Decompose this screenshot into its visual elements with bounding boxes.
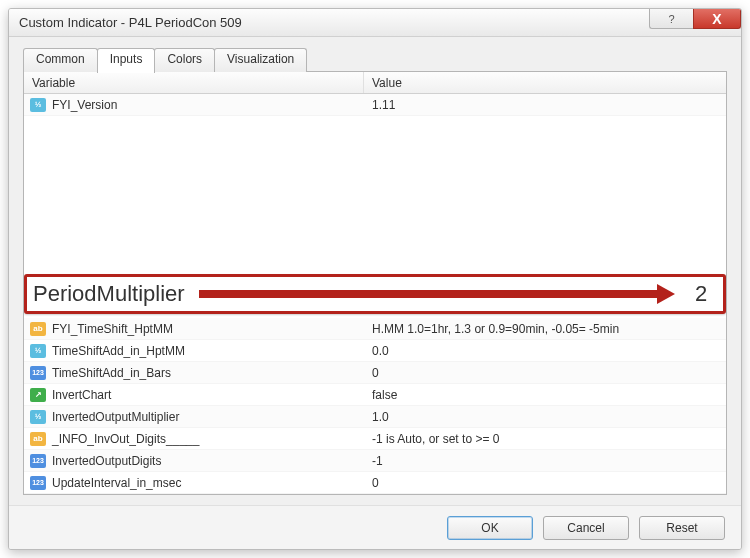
n123-type-icon: 123 — [30, 366, 46, 380]
row-variable-name: InvertedOutputMultiplier — [52, 410, 179, 424]
v2-type-icon: ½ — [30, 98, 46, 112]
header-value[interactable]: Value — [364, 76, 726, 90]
table-row[interactable]: ↗InvertChartfalse — [24, 384, 726, 406]
ab-type-icon: ab — [30, 322, 46, 336]
table-rows-top: ½FYI_Version1.11 — [24, 94, 726, 270]
tab-bar: Common Inputs Colors Visualization — [23, 47, 727, 71]
button-label: Reset — [666, 521, 697, 535]
row-variable-name: TimeShiftAdd_in_Bars — [52, 366, 171, 380]
table-row[interactable]: 123TimeShiftAdd_in_Bars0 — [24, 362, 726, 384]
row-variable-cell: ½TimeShiftAdd_in_HptMM — [24, 344, 364, 358]
row-variable-name: InvertChart — [52, 388, 111, 402]
row-variable-name: InvertedOutputDigits — [52, 454, 161, 468]
v2-type-icon: ½ — [30, 410, 46, 424]
n123-type-icon: 123 — [30, 454, 46, 468]
table-row[interactable]: ½FYI_Version1.11 — [24, 94, 726, 116]
row-value-cell[interactable]: 0.0 — [364, 344, 726, 358]
title-bar: Custom Indicator - P4L PeriodCon 509 ? X — [9, 9, 741, 37]
row-variable-cell: ab_INFO_InvOut_Digits_____ — [24, 432, 364, 446]
tab-visualization[interactable]: Visualization — [214, 48, 307, 72]
row-variable-cell: ½InvertedOutputMultiplier — [24, 410, 364, 424]
tab-common[interactable]: Common — [23, 48, 98, 72]
row-value-cell[interactable]: 0 — [364, 366, 726, 380]
row-variable-name: FYI_Version — [52, 98, 117, 112]
row-variable-name: UpdateInterval_in_msec — [52, 476, 181, 490]
button-label: Cancel — [567, 521, 604, 535]
tab-colors[interactable]: Colors — [154, 48, 215, 72]
tab-label: Visualization — [227, 52, 294, 66]
window-buttons: ? X — [649, 9, 741, 36]
v2-type-icon: ½ — [30, 344, 46, 358]
arr-type-icon: ↗ — [30, 388, 46, 402]
button-bar: OK Cancel Reset — [9, 505, 741, 549]
row-value-cell[interactable]: 1.0 — [364, 410, 726, 424]
table-row[interactable]: ab_INFO_InvOut_Digits_____-1 is Auto, or… — [24, 428, 726, 450]
window-title: Custom Indicator - P4L PeriodCon 509 — [19, 15, 649, 30]
close-icon: X — [712, 11, 721, 27]
row-variable-cell: 123UpdateInterval_in_msec — [24, 476, 364, 490]
table-row[interactable]: 123UpdateInterval_in_msec0 — [24, 472, 726, 494]
help-icon: ? — [668, 13, 674, 25]
help-button[interactable]: ? — [649, 9, 693, 29]
row-value-cell[interactable]: 0 — [364, 476, 726, 490]
table-rows-bottom: abFYI_TimeShift_HptMMH.MM 1.0=1hr, 1.3 o… — [24, 318, 726, 494]
row-variable-name: TimeShiftAdd_in_HptMM — [52, 344, 185, 358]
row-variable-cell: abFYI_TimeShift_HptMM — [24, 322, 364, 336]
row-value-cell[interactable]: false — [364, 388, 726, 402]
row-value-cell[interactable]: -1 is Auto, or set to >= 0 — [364, 432, 726, 446]
row-variable-cell: ½FYI_Version — [24, 98, 364, 112]
tab-inputs[interactable]: Inputs — [97, 48, 156, 73]
n123-type-icon: 123 — [30, 476, 46, 490]
row-value-cell[interactable]: 1.11 — [364, 98, 726, 112]
row-variable-cell: 123TimeShiftAdd_in_Bars — [24, 366, 364, 380]
inputs-pane: Variable Value ½FYI_Version1.11 PeriodMu… — [23, 71, 727, 495]
table-row[interactable]: 123InvertedOutputDigits-1 — [24, 450, 726, 472]
row-variable-name: _INFO_InvOut_Digits_____ — [52, 432, 199, 446]
arrow-icon — [199, 288, 675, 300]
callout-value: 2 — [689, 281, 713, 307]
button-label: OK — [481, 521, 498, 535]
tab-label: Colors — [167, 52, 202, 66]
tab-label: Inputs — [110, 52, 143, 66]
row-value-cell[interactable]: H.MM 1.0=1hr, 1.3 or 0.9=90min, -0.05= -… — [364, 322, 726, 336]
close-button[interactable]: X — [693, 9, 741, 29]
ok-button[interactable]: OK — [447, 516, 533, 540]
row-variable-name: FYI_TimeShift_HptMM — [52, 322, 173, 336]
ab-type-icon: ab — [30, 432, 46, 446]
reset-button[interactable]: Reset — [639, 516, 725, 540]
row-variable-cell: 123InvertedOutputDigits — [24, 454, 364, 468]
dialog-body: Common Inputs Colors Visualization Varia… — [9, 37, 741, 505]
dialog-window: Custom Indicator - P4L PeriodCon 509 ? X… — [8, 8, 742, 550]
row-value-cell[interactable]: -1 — [364, 454, 726, 468]
table-header: Variable Value — [24, 72, 726, 94]
table-row[interactable]: ½TimeShiftAdd_in_HptMM0.0 — [24, 340, 726, 362]
tab-label: Common — [36, 52, 85, 66]
row-variable-cell: ↗InvertChart — [24, 388, 364, 402]
highlight-callout: PeriodMultiplier 2 — [24, 274, 726, 314]
cancel-button[interactable]: Cancel — [543, 516, 629, 540]
table-row[interactable]: abFYI_TimeShift_HptMMH.MM 1.0=1hr, 1.3 o… — [24, 318, 726, 340]
table-row[interactable]: ½InvertedOutputMultiplier1.0 — [24, 406, 726, 428]
header-variable[interactable]: Variable — [24, 72, 364, 93]
callout-label: PeriodMultiplier — [33, 281, 185, 307]
